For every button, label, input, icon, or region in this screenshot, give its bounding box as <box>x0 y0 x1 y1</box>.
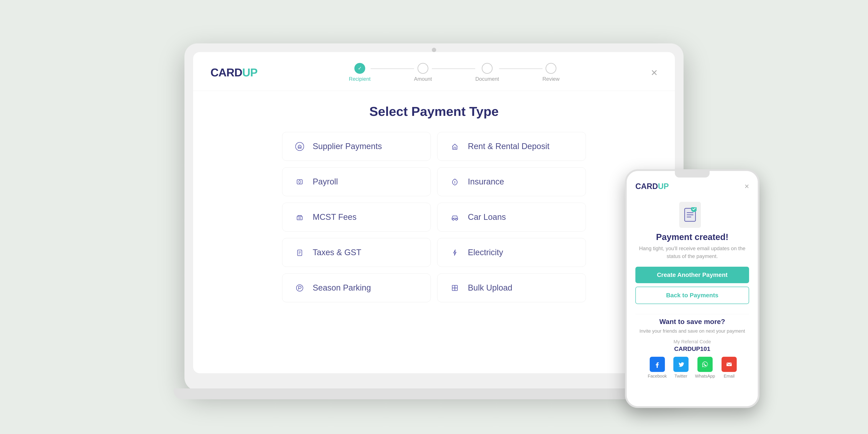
social-item-facebook[interactable]: Facebook <box>648 357 667 379</box>
social-item-email[interactable]: Email <box>721 357 737 379</box>
step-label-review: Review <box>542 76 560 82</box>
payment-option-insurance[interactable]: Insurance <box>437 167 586 196</box>
app-header: CARDUP ✓ Recipient Amount Docu <box>193 52 675 91</box>
twitter-label: Twitter <box>675 374 687 379</box>
payment-label: Bulk Upload <box>468 283 512 292</box>
facebook-label: Facebook <box>648 374 667 379</box>
step-circle-amount <box>417 63 428 74</box>
payment-label: Supplier Payments <box>313 142 382 151</box>
svg-point-4 <box>299 181 301 183</box>
referral-code: CARDUP101 <box>674 345 710 352</box>
stepper: ✓ Recipient Amount Document <box>349 63 560 82</box>
svg-point-0 <box>296 142 304 151</box>
payment-label: Car Loans <box>468 212 506 222</box>
divider-1 <box>636 314 749 314</box>
success-icon <box>679 202 705 228</box>
payment-option-rent-&-rental-deposit[interactable]: Rent & Rental Deposit <box>437 132 586 161</box>
svg-rect-1 <box>299 147 300 148</box>
payment-label: Season Parking <box>313 283 371 292</box>
step-line-1 <box>371 68 414 69</box>
payment-option-season-parking[interactable]: Season Parking <box>282 273 431 302</box>
svg-rect-22 <box>452 288 455 290</box>
svg-rect-9 <box>297 216 302 220</box>
svg-rect-21 <box>455 285 458 288</box>
svg-point-13 <box>456 219 457 220</box>
whatsapp-icon <box>698 357 713 372</box>
mobile-close-button[interactable]: × <box>745 182 749 191</box>
payment-label: Insurance <box>468 177 504 186</box>
mobile-device: CARDUP × Payment created! <box>625 169 760 408</box>
page-title: Select Payment Type <box>219 104 649 119</box>
step-label-amount: Amount <box>414 76 432 82</box>
whatsapp-label: WhatsApp <box>695 374 715 379</box>
step-line-3 <box>499 68 542 69</box>
email-label: Email <box>724 374 735 379</box>
payment-option-bulk-upload[interactable]: Bulk Upload <box>437 273 586 302</box>
payment-receipt-icon <box>679 202 701 228</box>
payment-icon <box>293 248 306 257</box>
payment-icon <box>448 213 461 222</box>
svg-rect-23 <box>455 288 458 290</box>
mobile-notch <box>675 171 710 178</box>
payment-option-electricity[interactable]: Electricity <box>437 238 586 267</box>
payment-label: Payroll <box>313 177 338 186</box>
mobile-logo-card: CARD <box>636 182 658 191</box>
step-circle-recipient: ✓ <box>354 63 365 74</box>
app-content: Select Payment Type Supplier Payments Re… <box>193 91 675 315</box>
svg-point-19 <box>297 285 303 291</box>
payment-icon <box>293 213 306 222</box>
logo: CARDUP <box>211 66 257 79</box>
payment-label: Electricity <box>468 248 503 257</box>
step-circle-document <box>482 63 493 74</box>
payment-label: Rent & Rental Deposit <box>468 142 550 151</box>
twitter-icon <box>673 357 688 372</box>
payment-option-taxes-&-gst[interactable]: Taxes & GST <box>282 238 431 267</box>
mobile-logo-up: UP <box>658 182 669 191</box>
svg-point-12 <box>453 219 454 220</box>
payment-icon <box>448 178 461 186</box>
want-save-subtitle: Invite your friends and save on next you… <box>640 328 745 335</box>
step-document[interactable]: Document <box>475 63 499 82</box>
step-recipient[interactable]: ✓ Recipient <box>349 63 371 82</box>
create-another-payment-button[interactable]: Create Another Payment <box>636 267 749 283</box>
payment-created-subtitle: Hang tight, you'll receive email updates… <box>636 245 749 260</box>
social-item-whatsapp[interactable]: WhatsApp <box>695 357 715 379</box>
payment-option-supplier-payments[interactable]: Supplier Payments <box>282 132 431 161</box>
step-circle-review <box>546 63 556 74</box>
payment-icon <box>293 178 306 186</box>
mobile-logo: CARDUP <box>636 182 669 191</box>
step-review[interactable]: Review <box>542 63 560 82</box>
mobile-content: Payment created! Hang tight, you'll rece… <box>627 195 758 383</box>
payment-option-payroll[interactable]: Payroll <box>282 167 431 196</box>
payment-icon <box>448 284 461 292</box>
payment-grid: Supplier Payments Rent & Rental Deposit … <box>282 132 586 302</box>
svg-rect-20 <box>452 285 455 288</box>
payment-option-mcst-fees[interactable]: MCST Fees <box>282 203 431 231</box>
payment-created-title: Payment created! <box>656 232 728 242</box>
laptop-base <box>174 389 694 399</box>
step-label-recipient: Recipient <box>349 76 371 82</box>
want-save-title: Want to save more? <box>659 318 725 326</box>
payment-option-car-loans[interactable]: Car Loans <box>437 203 586 231</box>
facebook-icon <box>650 357 665 372</box>
payment-label: MCST Fees <box>313 212 356 222</box>
social-item-twitter[interactable]: Twitter <box>673 357 688 379</box>
payment-label: Taxes & GST <box>313 248 361 257</box>
svg-point-8 <box>455 183 455 184</box>
referral-label: My Referral Code <box>674 339 711 345</box>
payment-icon <box>293 284 306 292</box>
payment-icon <box>448 248 461 257</box>
step-line-2 <box>432 68 475 69</box>
step-label-document: Document <box>475 76 499 82</box>
logo-up: UP <box>242 66 257 79</box>
back-to-payments-button[interactable]: Back to Payments <box>636 287 749 304</box>
payment-icon <box>293 142 306 151</box>
email-icon <box>721 357 737 372</box>
mobile-header: CARDUP × <box>627 178 758 195</box>
logo-card: CARD <box>211 66 242 79</box>
svg-rect-2 <box>454 147 456 149</box>
close-button[interactable]: × <box>651 67 657 78</box>
payment-icon <box>448 142 461 151</box>
step-amount[interactable]: Amount <box>414 63 432 82</box>
social-share-row: Facebook Twitter WhatsApp Email <box>648 357 737 379</box>
